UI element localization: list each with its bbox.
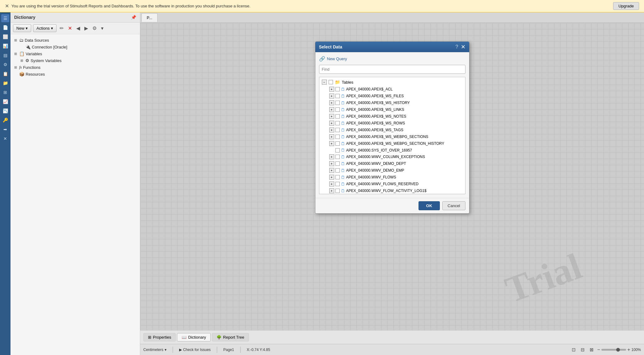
fit-page-icon[interactable]: ⊠ bbox=[588, 346, 595, 353]
tab-report-tree[interactable]: 🌳 Report Tree bbox=[212, 333, 249, 341]
table-row[interactable]: + 🗒 APEX_040000.WWV_DEMO_DEPT bbox=[319, 160, 465, 167]
find-input[interactable] bbox=[319, 65, 465, 74]
tree-item-data-sources[interactable]: ⊞ 🗂 Data Sources bbox=[12, 37, 139, 44]
expand-icon-10[interactable]: + bbox=[329, 154, 334, 159]
tree-item-connection[interactable]: 🔌 Connection [Oracle] bbox=[18, 44, 139, 50]
table-row[interactable]: + 🗒 APEX_040000.APEX$_WS_WEBPG_SECTIONS bbox=[319, 133, 465, 140]
expander-system-vars[interactable]: ⊞ bbox=[19, 58, 24, 63]
expander-variables[interactable]: ⊞ bbox=[13, 51, 18, 56]
table-row[interactable]: + 🗒 APEX_040000.WWV_FLOW_ACTIVITY_LOG1$ bbox=[319, 187, 465, 194]
sidebar-icon-layout[interactable]: ⬜ bbox=[1, 33, 9, 41]
expand-icon-11[interactable]: + bbox=[329, 161, 334, 166]
move-left-icon[interactable]: ◀ bbox=[75, 25, 81, 32]
checkbox-3[interactable] bbox=[335, 107, 340, 112]
table-row[interactable]: 🗒 APEX_040000.SYS_IOT_OVER_16957 bbox=[319, 147, 465, 153]
checkbox-2[interactable] bbox=[335, 101, 340, 105]
table-list[interactable]: − 📁 Tables + 🗒 APEX bbox=[319, 77, 465, 194]
expand-icon-8[interactable]: + bbox=[329, 141, 334, 146]
fit-width-icon[interactable]: ⊟ bbox=[579, 346, 586, 353]
table-row[interactable]: + 🗒 APEX_040000.APEX$_WS_NOTES bbox=[319, 113, 465, 120]
sidebar-icon-close[interactable]: ✕ bbox=[1, 135, 9, 143]
expander-data-sources[interactable]: ⊞ bbox=[13, 38, 18, 43]
table-row[interactable]: + 🗒 APEX_040000.WWV_COLUMN_EXCEPTIONS bbox=[319, 153, 465, 160]
sidebar-icon-grid[interactable]: ⊞ bbox=[1, 88, 9, 96]
sidebar-icon-key[interactable]: 🔑 bbox=[1, 116, 9, 124]
table-row[interactable]: + 🗒 APEX_040000.APEX$_WS_TAGS bbox=[319, 127, 465, 133]
checkbox-15[interactable] bbox=[335, 189, 340, 193]
expand-icon-7[interactable]: + bbox=[329, 134, 334, 139]
zoom-slider-thumb[interactable] bbox=[616, 348, 620, 352]
tree-item-variables[interactable]: ⊞ 📋 Variables bbox=[12, 50, 139, 57]
checkbox-14[interactable] bbox=[335, 182, 340, 186]
cancel-button[interactable]: Cancel bbox=[442, 201, 465, 210]
close-x-icon[interactable]: ✕ bbox=[5, 3, 9, 9]
expand-icon-1[interactable]: + bbox=[329, 94, 334, 98]
tables-collapse-btn[interactable]: − bbox=[322, 80, 327, 85]
delete-icon[interactable]: ✕ bbox=[67, 25, 73, 32]
design-grid[interactable]: Trial Select Data ? ✕ 🔗 New Query bbox=[140, 23, 644, 330]
checkbox-6[interactable] bbox=[335, 128, 340, 132]
expander-resources[interactable] bbox=[13, 72, 18, 77]
actions-button[interactable]: Actions ▾ bbox=[33, 24, 57, 32]
sidebar-icon-band[interactable]: ▤ bbox=[1, 51, 9, 59]
expand-icon-4[interactable]: + bbox=[329, 114, 334, 119]
unit-selector[interactable]: Centimeters ▾ bbox=[143, 348, 166, 352]
modal-help-icon[interactable]: ? bbox=[456, 44, 458, 50]
tree-item-resources[interactable]: 📦 Resources bbox=[12, 71, 139, 77]
table-row[interactable]: + 🗒 APEX_040000.APEX$_WS_HISTORY bbox=[319, 99, 465, 106]
table-row[interactable]: + 🗒 APEX_040000.WWV_DEMO_EMP bbox=[319, 167, 465, 174]
tab-page1[interactable]: P... bbox=[141, 13, 158, 22]
ok-button[interactable]: OK bbox=[419, 201, 440, 210]
sidebar-icon-chart3[interactable]: 📉 bbox=[1, 107, 9, 115]
sidebar-icon-menu[interactable]: ☰ bbox=[1, 14, 9, 22]
expand-icon-15[interactable]: + bbox=[329, 188, 334, 193]
sidebar-icon-folder[interactable]: 📁 bbox=[1, 79, 9, 87]
expand-icon-2[interactable]: + bbox=[329, 100, 334, 105]
fit-icon[interactable]: ⊡ bbox=[570, 346, 577, 353]
expand-icon-3[interactable]: + bbox=[329, 107, 334, 112]
expand-icon-6[interactable]: + bbox=[329, 127, 334, 132]
expand-icon-14[interactable]: + bbox=[329, 182, 334, 186]
sidebar-icon-chart[interactable]: 📊 bbox=[1, 42, 9, 50]
checkbox-8[interactable] bbox=[335, 141, 340, 146]
table-row[interactable]: + 🗒 APEX_040000.APEX$_WS_FILES bbox=[319, 93, 465, 99]
checkbox-7[interactable] bbox=[335, 135, 340, 139]
edit-icon[interactable]: ✏ bbox=[58, 25, 65, 32]
sidebar-icon-chart2[interactable]: 📈 bbox=[1, 98, 9, 106]
pin-icon[interactable]: 📌 bbox=[131, 15, 136, 20]
sidebar-icon-list[interactable]: 📋 bbox=[1, 70, 9, 78]
sidebar-icon-settings[interactable]: ⚙ bbox=[1, 61, 9, 69]
zoom-minus-button[interactable]: − bbox=[597, 347, 600, 353]
checkbox-9[interactable] bbox=[335, 148, 340, 152]
table-row[interactable]: + 🗒 APEX_040000.APEX$_ACL bbox=[319, 86, 465, 93]
expand-icon-0[interactable]: + bbox=[329, 87, 334, 92]
tree-item-functions[interactable]: ⊞ fx Functions bbox=[12, 64, 139, 71]
checkbox-5[interactable] bbox=[335, 121, 340, 125]
tree-item-system-variables[interactable]: ⊞ ⚙ System Variables bbox=[18, 57, 139, 64]
expand-icon-12[interactable]: + bbox=[329, 168, 334, 173]
table-row[interactable]: + 🗒 APEX_040000.WWV_FLOWS bbox=[319, 174, 465, 181]
upgrade-button[interactable]: Upgrade bbox=[613, 2, 639, 10]
checkbox-0[interactable] bbox=[335, 87, 340, 91]
expand-icon-13[interactable]: + bbox=[329, 175, 334, 180]
table-row[interactable]: + 🗒 APEX_040000.APEX$_WS_ROWS bbox=[319, 120, 465, 127]
new-query-button[interactable]: 🔗 New Query bbox=[319, 56, 465, 62]
table-row[interactable]: + 🗒 APEX_040000.APEX$_WS_WEBPG_SECTION_H… bbox=[319, 140, 465, 147]
checkbox-11[interactable] bbox=[335, 161, 340, 166]
checkbox-10[interactable] bbox=[335, 155, 340, 159]
modal-close-button[interactable]: ✕ bbox=[461, 44, 465, 50]
sidebar-icon-file[interactable]: 📄 bbox=[1, 23, 9, 31]
check-issues-button[interactable]: ▶ Check for Issues bbox=[179, 348, 211, 352]
expander-functions[interactable]: ⊞ bbox=[13, 65, 18, 70]
table-row[interactable]: + 🗒 APEX_040000.APEX$_WS_LINKS bbox=[319, 106, 465, 113]
tab-properties[interactable]: ⊞ Properties bbox=[143, 333, 176, 341]
expand-icon-5[interactable]: + bbox=[329, 121, 334, 126]
move-right-icon[interactable]: ▶ bbox=[83, 25, 89, 32]
table-row[interactable]: + 🗒 APEX_040000.WWV_FLOWS_RESERVED bbox=[319, 181, 465, 187]
settings-icon[interactable]: ⚙ bbox=[91, 25, 98, 32]
zoom-slider[interactable] bbox=[601, 349, 626, 351]
sidebar-icon-arrow[interactable]: ➡ bbox=[1, 125, 9, 133]
checkbox-1[interactable] bbox=[335, 94, 340, 98]
settings-dropdown-icon[interactable]: ▾ bbox=[100, 25, 105, 32]
checkbox-12[interactable] bbox=[335, 168, 340, 173]
